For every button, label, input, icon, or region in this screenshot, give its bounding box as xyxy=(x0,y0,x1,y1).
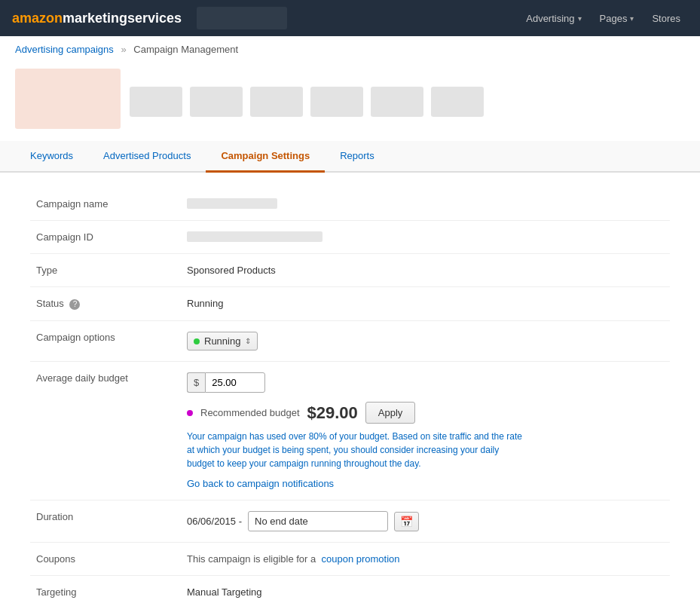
campaign-options-dropdown[interactable]: Running ⇕ xyxy=(187,332,258,351)
status-row: Status ? Running xyxy=(30,287,670,321)
settings-table: Campaign name Campaign ID Type Sponsored… xyxy=(30,188,670,600)
coupons-row: Coupons This campaign is eligible for a … xyxy=(30,543,670,576)
status-dot-icon xyxy=(194,338,200,344)
coupon-promotion-link[interactable]: coupon promotion xyxy=(321,553,399,565)
breadcrumb-link[interactable]: Advertising campaigns xyxy=(15,44,114,55)
targeting-value: Manual Targeting xyxy=(187,586,262,598)
top-navigation: amazonmarketingservices Advertising ▾ Pa… xyxy=(0,0,700,36)
search-box[interactable] xyxy=(197,7,287,29)
duration-start-date: 06/06/2015 - xyxy=(187,516,242,527)
campaign-name-value xyxy=(187,198,277,209)
banner-thumb-4 xyxy=(310,87,363,117)
banner-thumb-6 xyxy=(431,87,484,117)
recommended-budget-label: Recommended budget xyxy=(200,407,300,418)
nav-advertising[interactable]: Advertising ▾ xyxy=(518,8,588,29)
nav-pages[interactable]: Pages ▾ xyxy=(592,8,642,29)
coupons-text: This campaign is eligible for a coupon p… xyxy=(187,553,400,565)
average-daily-budget-row: Average daily budget $ Recommended budge… xyxy=(30,362,670,501)
duration-wrap: 06/06/2015 - 📅 xyxy=(187,511,664,531)
banner-thumb-2 xyxy=(190,87,243,117)
tab-advertised-products[interactable]: Advertised Products xyxy=(88,141,206,173)
tab-campaign-settings[interactable]: Campaign Settings xyxy=(206,141,325,173)
banner-thumb-1 xyxy=(130,87,182,117)
coupons-label: Coupons xyxy=(36,553,75,565)
breadcrumb-separator: » xyxy=(121,44,126,55)
nav-stores-label: Stores xyxy=(652,13,680,24)
duration-label: Duration xyxy=(36,511,73,522)
logo-ms: marketingservices xyxy=(63,11,182,26)
breadcrumb: Advertising campaigns » Campaign Managem… xyxy=(0,36,700,63)
pages-arrow-icon: ▾ xyxy=(630,14,634,23)
type-label: Type xyxy=(36,265,57,276)
campaign-options-value: Running xyxy=(204,335,240,347)
campaign-options-row: Campaign options Running ⇕ xyxy=(30,321,670,362)
nav-advertising-label: Advertising xyxy=(526,13,574,24)
nav-stores[interactable]: Stores xyxy=(644,8,688,29)
budget-info-text: Your campaign has used over 80% of your … xyxy=(187,430,526,470)
recommended-budget-section: Recommended budget $29.00 Apply xyxy=(187,402,664,424)
dropdown-arrow-icon: ⇕ xyxy=(245,337,251,345)
tab-reports[interactable]: Reports xyxy=(325,141,390,173)
campaign-id-value xyxy=(187,231,322,242)
apply-button[interactable]: Apply xyxy=(365,402,416,424)
type-row: Type Sponsored Products xyxy=(30,254,670,287)
banner-thumb-3 xyxy=(250,87,303,117)
campaign-name-row: Campaign name xyxy=(30,188,670,221)
tab-keywords[interactable]: Keywords xyxy=(15,141,88,173)
budget-input-wrap: $ xyxy=(187,372,664,393)
targeting-label: Targeting xyxy=(36,586,76,598)
go-back-link[interactable]: Go back to campaign notifications xyxy=(187,478,334,489)
recommended-budget-amount: $29.00 xyxy=(307,403,358,423)
type-value: Sponsored Products xyxy=(187,265,276,276)
banner-thumb-5 xyxy=(371,87,423,117)
tabs-bar: Keywords Advertised Products Campaign Se… xyxy=(0,141,700,173)
content-area: Campaign name Campaign ID Type Sponsored… xyxy=(0,173,700,600)
nav-pages-label: Pages xyxy=(600,13,628,24)
targeting-row: Targeting Manual Targeting xyxy=(30,576,670,601)
breadcrumb-current: Campaign Management xyxy=(133,44,238,55)
dollar-sign: $ xyxy=(187,372,205,393)
duration-row: Duration 06/06/2015 - 📅 xyxy=(30,501,670,543)
banner-area xyxy=(0,63,700,141)
campaign-id-row: Campaign ID xyxy=(30,221,670,254)
coupons-text-prefix: This campaign is eligible for a xyxy=(187,553,316,565)
logo: amazonmarketingservices xyxy=(12,11,182,26)
nav-links: Advertising ▾ Pages ▾ Stores xyxy=(518,8,688,29)
banner-thumbnails xyxy=(130,87,484,117)
campaign-id-label: Campaign ID xyxy=(36,231,93,243)
campaign-name-label: Campaign name xyxy=(36,198,108,210)
average-daily-budget-label: Average daily budget xyxy=(36,372,128,384)
campaign-options-label: Campaign options xyxy=(36,332,115,343)
status-value: Running xyxy=(187,298,223,309)
budget-input[interactable] xyxy=(205,372,265,393)
status-label: Status xyxy=(36,298,64,309)
logo-amazon: amazon xyxy=(12,11,63,26)
banner-main-image xyxy=(15,69,121,129)
calendar-icon-button[interactable]: 📅 xyxy=(394,512,419,531)
no-end-date-input[interactable] xyxy=(248,511,388,531)
advertising-arrow-icon: ▾ xyxy=(578,14,582,23)
recommended-dot-icon xyxy=(187,410,193,416)
status-info-icon[interactable]: ? xyxy=(69,299,80,310)
